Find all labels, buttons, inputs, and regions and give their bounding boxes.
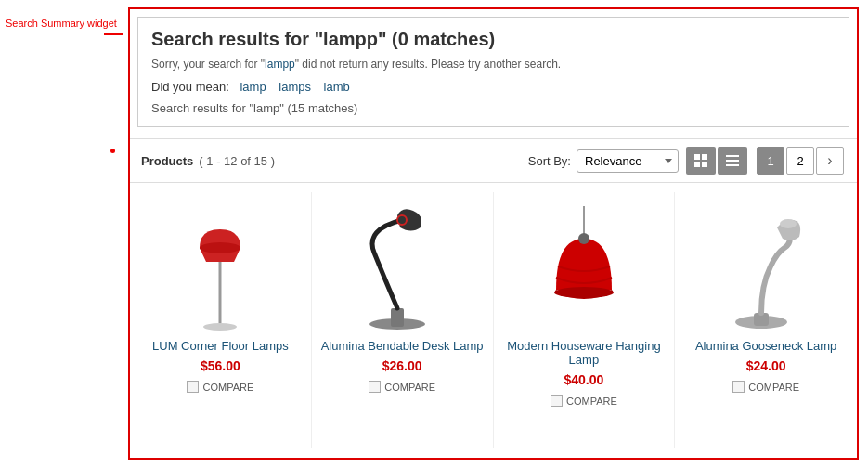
product-image-1 xyxy=(155,201,285,331)
compare-row-1: COMPARE xyxy=(187,381,253,393)
did-you-mean-row: Did you mean: lamp lamps lamb xyxy=(151,80,836,94)
svg-point-16 xyxy=(578,233,589,244)
products-grid: LUM Corner Floor Lamps $56.00 COMPARE xyxy=(130,182,857,458)
svg-point-19 xyxy=(780,219,797,228)
compare-row-3: COMPARE xyxy=(551,395,617,407)
page-2-button[interactable]: 2 xyxy=(786,147,814,175)
compare-checkbox-2[interactable] xyxy=(369,381,381,393)
product-item-3: Modern Houseware Hanging Lamp $40.00 COM… xyxy=(494,192,676,448)
svg-rect-4 xyxy=(726,155,739,157)
pagination: 1 2 › xyxy=(757,147,846,175)
compare-label-4: COMPARE xyxy=(748,382,799,393)
annotation-area: Search Summary widget xyxy=(0,0,121,467)
compare-checkbox-4[interactable] xyxy=(732,381,745,393)
product-item-1: LUM Corner Floor Lamps $56.00 COMPARE xyxy=(130,192,312,448)
annotation-arrow-line xyxy=(104,33,123,35)
svg-point-15 xyxy=(554,287,614,298)
suggestion-lamb[interactable]: lamb xyxy=(324,80,350,94)
main-content-area: Search results for "lampp" (0 matches) S… xyxy=(128,7,859,460)
product-price-3: $40.00 xyxy=(564,372,603,387)
product-name-2[interactable]: Alumina Bendable Desk Lamp xyxy=(321,339,484,353)
products-label: Products xyxy=(141,154,193,168)
compare-label-2: COMPARE xyxy=(384,382,435,393)
view-buttons xyxy=(686,147,749,175)
compare-row-2: COMPARE xyxy=(369,381,435,393)
product-item-2: Alumina Bendable Desk Lamp $26.00 COMPAR… xyxy=(312,192,494,448)
compare-row-4: COMPARE xyxy=(732,381,799,393)
svg-rect-1 xyxy=(702,154,707,160)
search-summary-box: Search results for "lampp" (0 matches) S… xyxy=(137,17,849,127)
corrected-search-results: Search results for "lamp" (15 matches) xyxy=(151,101,836,115)
svg-rect-5 xyxy=(726,160,739,162)
sorry-after: " did not return any results. Please try… xyxy=(295,58,561,71)
product-image-3 xyxy=(519,201,649,331)
search-sorry-text: Sorry, your search for "lampp" did not r… xyxy=(151,58,836,71)
product-image-2 xyxy=(337,201,467,331)
suggestion-lamps[interactable]: lamps xyxy=(279,80,311,94)
svg-rect-2 xyxy=(694,162,700,167)
compare-checkbox-3[interactable] xyxy=(551,395,563,407)
list-view-button[interactable] xyxy=(718,147,747,175)
product-item-4: Alumina Gooseneck Lamp $24.00 COMPARE xyxy=(675,192,857,448)
sorry-term: lampp xyxy=(265,58,295,71)
compare-label-3: COMPARE xyxy=(566,396,617,407)
product-price-4: $24.00 xyxy=(746,358,786,373)
product-name-3[interactable]: Modern Houseware Hanging Lamp xyxy=(501,339,667,367)
search-title: Search results for "lampp" (0 matches) xyxy=(151,29,836,50)
product-image-4 xyxy=(701,201,831,331)
svg-point-9 xyxy=(200,242,240,253)
svg-rect-11 xyxy=(391,308,404,327)
product-name-1[interactable]: LUM Corner Floor Lamps xyxy=(152,339,289,353)
sorry-before: Sorry, your search for " xyxy=(151,58,265,71)
compare-label-1: COMPARE xyxy=(202,382,253,393)
compare-checkbox-1[interactable] xyxy=(187,381,199,393)
widget-label: Search Summary widget xyxy=(6,17,121,30)
product-price-2: $26.00 xyxy=(382,358,422,373)
svg-rect-6 xyxy=(726,164,739,166)
svg-rect-0 xyxy=(694,154,700,160)
product-name-4[interactable]: Alumina Gooseneck Lamp xyxy=(695,339,836,353)
suggestion-lamp[interactable]: lamp xyxy=(240,80,266,94)
page-next-button[interactable]: › xyxy=(816,147,844,175)
annotation-dot xyxy=(110,149,115,153)
grid-view-button[interactable] xyxy=(686,147,716,175)
svg-point-7 xyxy=(203,323,237,331)
did-you-mean-label: Did you mean: xyxy=(151,80,229,94)
products-bar: Products ( 1 - 12 of 15 ) Sort By: Relev… xyxy=(130,138,857,182)
products-count: ( 1 - 12 of 15 ) xyxy=(199,154,275,168)
svg-rect-3 xyxy=(702,162,707,167)
sort-by-label: Sort By: xyxy=(528,154,571,168)
page-1-button[interactable]: 1 xyxy=(757,147,784,175)
sort-select[interactable]: Relevance Price Name New Arrivals xyxy=(577,149,679,173)
product-price-1: $56.00 xyxy=(201,358,240,373)
